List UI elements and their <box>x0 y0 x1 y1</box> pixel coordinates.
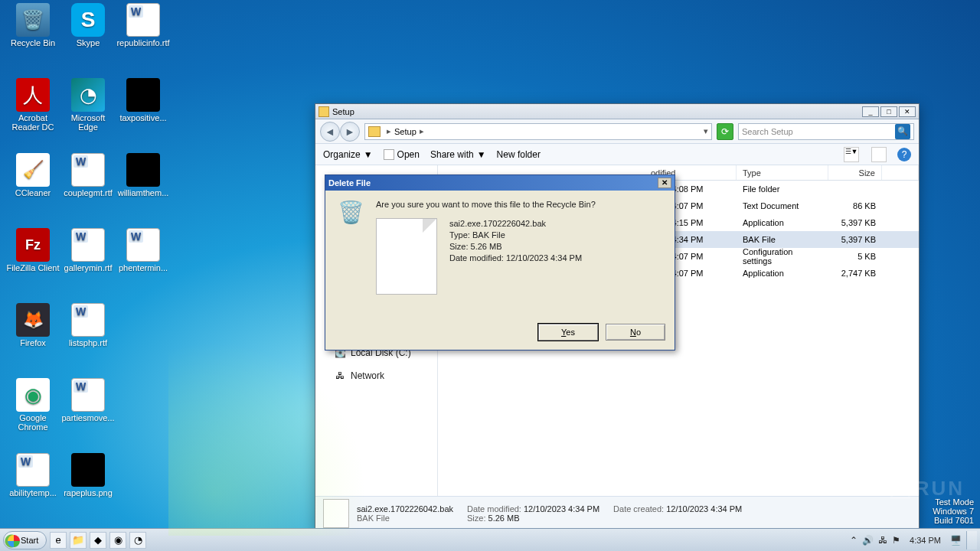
command-bar: Organize▼ Open Share with▼ New folder ☰▼… <box>315 144 919 165</box>
organize-button[interactable]: Organize▼ <box>323 149 373 160</box>
minimize-button[interactable]: _ <box>862 106 879 117</box>
taskbar: Start e 📁 ◆ ◉ ◔ ⌃ 🔊 🖧 ⚑ 4:34 PM 🖥️ <box>0 528 980 551</box>
file-info: sai2.exe.1702226042.bak Type: BAK File S… <box>449 218 582 295</box>
edge-icon <box>71 78 105 112</box>
no-button[interactable]: No <box>606 324 665 341</box>
desktop-icon-recycle-bin[interactable]: Recycle Bin <box>6 3 60 47</box>
chevron-down-icon[interactable]: ▾ <box>704 126 708 136</box>
png-icon <box>71 453 105 487</box>
desktop-icon-gallerymin-rtf[interactable]: gallerymin.rtf <box>61 228 115 272</box>
address-bar[interactable]: ▸ Setup ▸ ▾ <box>364 123 712 140</box>
png-icon <box>126 78 160 112</box>
close-icon[interactable]: ✕ <box>658 178 671 188</box>
folder-icon <box>318 106 329 117</box>
taskbar-chrome-icon[interactable]: ◉ <box>109 532 126 549</box>
windows-watermark: Test Mode Windows 7 Build 7601 <box>933 497 974 525</box>
png-icon <box>126 153 160 187</box>
system-tray: ⌃ 🔊 🖧 ⚑ 4:34 PM 🖥️ <box>850 531 977 549</box>
show-desktop-button[interactable] <box>966 531 977 549</box>
desktop-icon-williamthem-[interactable]: williamthem... <box>116 153 170 197</box>
sidebar-item-network[interactable]: 🖧 Network <box>318 369 434 383</box>
rtf-icon <box>71 378 105 412</box>
desktop-icon-filezilla-client[interactable]: FileZilla Client <box>6 228 60 272</box>
tray-flag-icon[interactable]: ⚑ <box>892 535 900 546</box>
titlebar[interactable]: Setup _ □ ✕ <box>315 104 919 119</box>
recycle-bin-icon <box>338 200 364 230</box>
taskbar-app-icon[interactable]: ◆ <box>90 532 106 549</box>
newfolder-button[interactable]: New folder <box>497 149 541 160</box>
desktop-icon-skype[interactable]: Skype <box>61 3 115 47</box>
help-icon[interactable]: ? <box>897 148 911 161</box>
desktop-icon-google-chrome[interactable]: Google Chrome <box>6 378 60 432</box>
desktop-icon-microsoft-edge[interactable]: Microsoft Edge <box>61 78 115 132</box>
nav-bar: ◄ ► ▸ Setup ▸ ▾ ⟳ Search Setup 🔍 <box>315 119 919 144</box>
taskbar-explorer-icon[interactable]: 📁 <box>70 532 87 549</box>
refresh-button[interactable]: ⟳ <box>717 123 733 140</box>
dialog-titlebar[interactable]: Delete File ✕ <box>325 175 675 191</box>
close-button[interactable]: ✕ <box>899 106 916 117</box>
file-icon <box>323 499 349 528</box>
details-name: sai2.exe.1702226042.bak <box>357 504 453 514</box>
col-size[interactable]: Size <box>828 165 882 180</box>
chevron-down-icon: ▼ <box>477 149 486 160</box>
window-title: Setup <box>332 107 354 116</box>
start-button[interactable]: Start <box>3 531 47 549</box>
tray-arrow-icon[interactable]: ⌃ <box>850 535 858 546</box>
dialog-question: Are you sure you want to move this file … <box>376 200 662 209</box>
rtf-icon <box>16 453 50 487</box>
taskbar-ie-icon[interactable]: e <box>50 532 67 549</box>
tray-clock[interactable]: 4:34 PM <box>905 536 946 545</box>
rtf-icon <box>126 3 160 37</box>
maximize-button[interactable]: □ <box>880 106 897 117</box>
tray-sound-icon[interactable]: 🔊 <box>862 535 874 546</box>
rtf-icon <box>71 228 105 262</box>
desktop-icon-phentermin-[interactable]: phentermin... <box>116 228 170 272</box>
delete-file-dialog: Delete File ✕ Are you sure you want to m… <box>325 174 675 350</box>
document-icon <box>384 149 394 160</box>
details-type: BAK File <box>357 514 453 523</box>
search-input[interactable]: Search Setup 🔍 <box>738 123 914 140</box>
rtf-icon <box>126 228 160 262</box>
tray-network-icon[interactable]: 🖧 <box>878 535 887 546</box>
rtf-icon <box>71 153 105 187</box>
details-pane: sai2.exe.1702226042.bak Date modified: 1… <box>315 496 919 530</box>
preview-pane-button[interactable] <box>871 147 887 162</box>
file-thumbnail <box>376 218 437 295</box>
fz-icon <box>16 228 50 262</box>
taskbar-edge-icon[interactable]: ◔ <box>129 532 146 549</box>
forward-button[interactable]: ► <box>340 122 360 142</box>
play-icon <box>890 479 910 499</box>
folder-icon <box>368 126 381 137</box>
desktop-icon-partiesmove-[interactable]: partiesmove... <box>61 378 115 422</box>
tray-monitor-icon[interactable]: 🖥️ <box>950 535 962 546</box>
search-icon[interactable]: 🔍 <box>895 124 910 139</box>
pdf-icon <box>16 78 50 112</box>
chrome-icon <box>16 378 50 412</box>
search-placeholder: Search Setup <box>742 127 793 136</box>
share-button[interactable]: Share with▼ <box>430 149 486 160</box>
rtf-icon <box>71 303 105 337</box>
chevron-right-icon: ▸ <box>420 126 424 136</box>
col-type[interactable]: Type <box>737 165 828 180</box>
fx-icon <box>16 303 50 337</box>
open-button[interactable]: Open <box>384 149 420 160</box>
desktop-icon-abilitytemp-[interactable]: abilitytemp... <box>6 453 60 497</box>
breadcrumb[interactable]: Setup <box>394 127 416 136</box>
desktop-icon-acrobat-reader-dc[interactable]: Acrobat Reader DC <box>6 78 60 132</box>
dialog-title: Delete File <box>328 178 371 187</box>
chevron-down-icon: ▼ <box>364 149 373 160</box>
skype-icon <box>71 3 105 37</box>
desktop-icon-listsphp-rtf[interactable]: listsphp.rtf <box>61 303 115 347</box>
desktop-icon-republicinfo-rtf[interactable]: republicinfo.rtf <box>116 3 170 47</box>
desktop-icon-couplegmt-rtf[interactable]: couplegmt.rtf <box>61 153 115 197</box>
yes-button[interactable]: Yes <box>538 324 598 341</box>
view-button[interactable]: ☰▼ <box>844 147 859 162</box>
back-button[interactable]: ◄ <box>320 122 340 142</box>
desktop-icon-rapeplus-png[interactable]: rapeplus.png <box>61 453 115 497</box>
desktop-icon-taxpositive-[interactable]: taxpositive... <box>116 78 170 122</box>
desktop-icon-firefox[interactable]: Firefox <box>6 303 60 347</box>
cc-icon <box>16 153 50 187</box>
network-icon: 🖧 <box>334 370 346 381</box>
recycle-icon <box>16 3 50 37</box>
desktop-icon-ccleaner[interactable]: CCleaner <box>6 153 60 197</box>
